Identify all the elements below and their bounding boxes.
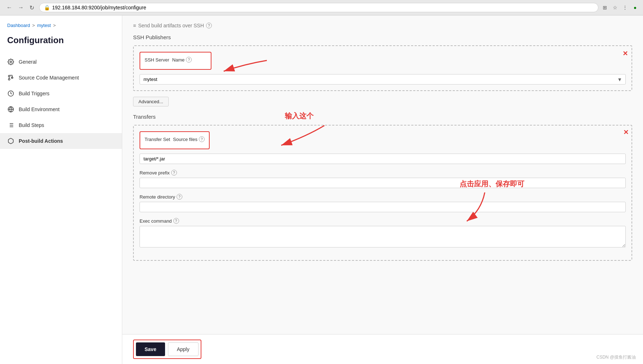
exec-command-label: Exec command ?	[140, 218, 626, 224]
profile-icon[interactable]: ●	[631, 4, 639, 11]
sidebar-item-build-triggers[interactable]: Build Triggers	[0, 86, 122, 101]
extensions-icon[interactable]: ⊞	[601, 4, 608, 11]
svg-point-2	[8, 78, 10, 80]
sidebar-label-build-env: Build Environment	[19, 106, 60, 112]
ssh-publisher-close-button[interactable]: ✕	[623, 50, 628, 58]
exec-command-group: Exec command ?	[140, 218, 626, 249]
back-button[interactable]: ←	[4, 4, 14, 12]
remote-directory-help[interactable]: ?	[177, 194, 182, 200]
exec-command-input[interactable]	[140, 226, 626, 247]
save-button[interactable]: Save	[136, 342, 165, 356]
sidebar-item-build-env[interactable]: Build Environment	[0, 101, 122, 117]
sidebar-label-build-triggers: Build Triggers	[19, 91, 50, 96]
lock-icon: 🔒	[44, 5, 50, 10]
send-artifacts-label: Send build artifacts over SSH	[138, 23, 204, 28]
breadcrumb: Dashboard > mytest >	[0, 23, 122, 35]
ssh-publishers-label: SSH Publishers	[133, 34, 632, 40]
sidebar-title: Configuration	[0, 35, 122, 54]
watermark: CSDN @摸鱼打酱油	[596, 354, 636, 360]
remove-prefix-label: Remove prefix ?	[140, 170, 626, 176]
send-artifacts-help[interactable]: ?	[206, 23, 212, 28]
refresh-button[interactable]: ↻	[27, 4, 36, 12]
remote-directory-label: Remote directory ?	[140, 194, 626, 200]
ssh-server-name-help[interactable]: ?	[186, 57, 192, 63]
cube-icon	[7, 137, 14, 145]
star-icon[interactable]: ☆	[611, 4, 619, 11]
ssh-server-select[interactable]: mytest	[140, 74, 626, 85]
menu-icon[interactable]: ⋮	[621, 4, 629, 11]
ssh-publishers-container: ✕ SSH Server Name ? my	[133, 45, 632, 91]
advanced-button[interactable]: Advanced...	[133, 97, 169, 106]
app-container: Dashboard > mytest > Configuration Gener…	[0, 15, 643, 364]
sidebar-label-general: General	[19, 59, 37, 65]
transfer-close-icon: ✕	[623, 129, 629, 136]
breadcrumb-sep2: >	[53, 23, 56, 28]
save-apply-box: Save Apply	[133, 340, 201, 359]
remove-prefix-input[interactable]	[140, 178, 626, 188]
remote-directory-input[interactable]	[140, 202, 626, 212]
browser-actions: ⊞ ☆ ⋮ ●	[601, 4, 639, 11]
transfers-label: Transfers	[133, 114, 632, 120]
transfer-set-close-button[interactable]: ✕	[623, 128, 629, 136]
sidebar-item-post-build[interactable]: Post-build Actions	[0, 133, 122, 149]
breadcrumb-mytest[interactable]: mytest	[37, 23, 51, 28]
address-bar[interactable]: 🔒 192.168.184.80:9200/job/mytest/configu…	[39, 3, 598, 12]
browser-chrome: ← → ↻ 🔒 192.168.184.80:9200/job/mytest/c…	[0, 0, 643, 15]
clock-icon	[7, 90, 14, 97]
gear-icon	[7, 58, 14, 65]
address-text: 192.168.184.80:9200/job/mytest/configure	[52, 5, 146, 10]
ssh-server-select-wrapper: mytest ▼	[140, 74, 626, 85]
source-files-input[interactable]	[140, 154, 626, 164]
sidebar-item-source-code[interactable]: Source Code Management	[0, 70, 122, 86]
ssh-server-box: SSH Server Name ?	[140, 52, 211, 70]
svg-point-0	[10, 61, 12, 63]
list-icon	[7, 122, 14, 129]
apply-button[interactable]: Apply	[168, 342, 199, 356]
transfers-container: ✕ Transfer Set Source files ?	[133, 125, 632, 261]
send-artifacts-header: ≡ Send build artifacts over SSH ?	[133, 23, 632, 28]
sidebar: Dashboard > mytest > Configuration Gener…	[0, 15, 122, 364]
remote-directory-group: Remote directory ?	[140, 194, 626, 212]
globe-icon	[7, 106, 14, 113]
transfer-set-label: Transfer Set Source files ?	[145, 136, 205, 142]
main-inner: ≡ Send build artifacts over SSH ? SSH Pu…	[133, 23, 632, 261]
breadcrumb-sep1: >	[32, 23, 35, 28]
sidebar-label-build-steps: Build Steps	[19, 122, 44, 128]
sidebar-label-source-code: Source Code Management	[19, 75, 79, 81]
close-icon: ✕	[623, 50, 628, 57]
nav-buttons: ← → ↻	[4, 4, 36, 12]
transfer-set-box: Transfer Set Source files ?	[140, 131, 210, 149]
bottom-bar: Save Apply CSDN @摸鱼打酱油	[122, 334, 643, 364]
forward-button[interactable]: →	[16, 4, 26, 12]
arrow-to-source-files	[270, 122, 335, 151]
ssh-server-label: SSH Server Name ?	[145, 57, 206, 63]
breadcrumb-dashboard[interactable]: Dashboard	[7, 23, 30, 28]
branch-icon	[7, 74, 14, 81]
remove-prefix-help[interactable]: ?	[171, 170, 177, 176]
sidebar-item-build-steps[interactable]: Build Steps	[0, 117, 122, 133]
exec-command-help[interactable]: ?	[173, 218, 179, 224]
sidebar-label-post-build: Post-build Actions	[19, 138, 63, 144]
source-files-help[interactable]: ?	[199, 136, 205, 142]
remove-prefix-group: Remove prefix ?	[140, 170, 626, 188]
sidebar-item-general[interactable]: General	[0, 54, 122, 70]
main-content: ≡ Send build artifacts over SSH ? SSH Pu…	[122, 15, 643, 334]
svg-point-1	[8, 75, 10, 77]
